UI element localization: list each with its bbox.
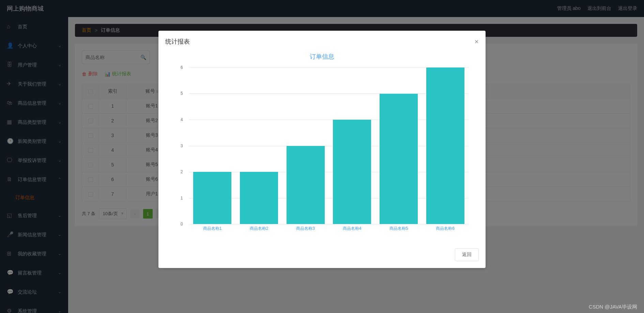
bar[interactable] [380, 94, 418, 224]
y-axis-tick: 2 [181, 169, 183, 174]
bar[interactable] [240, 172, 278, 224]
bar-item: 商品名称5 [375, 68, 422, 224]
close-icon[interactable]: ✕ [474, 39, 479, 45]
modal-title: 统计报表 [165, 38, 190, 46]
stats-modal: 统计报表 ✕ 订单信息 0123456 商品名称1商品名称2商品名称3商品名称4… [158, 31, 486, 268]
x-axis-label: 商品名称5 [389, 226, 408, 232]
grid-line [189, 224, 469, 224]
back-button[interactable]: 返回 [455, 248, 479, 261]
bar[interactable] [333, 120, 371, 224]
y-axis-tick: 4 [181, 117, 183, 122]
y-axis-tick: 5 [181, 91, 183, 96]
bar-item: 商品名称4 [329, 68, 375, 224]
bar-item: 商品名称1 [189, 68, 236, 224]
bar[interactable] [287, 146, 325, 224]
y-axis-tick: 1 [181, 196, 183, 200]
x-axis-label: 商品名称6 [436, 226, 455, 232]
y-axis-tick: 3 [181, 144, 183, 148]
bar[interactable] [426, 68, 464, 224]
x-axis-label: 商品名称3 [296, 226, 315, 232]
y-axis-tick: 0 [181, 222, 183, 226]
bar-item: 商品名称3 [282, 68, 329, 224]
bar-item: 商品名称2 [236, 68, 282, 224]
bar-item: 商品名称6 [422, 68, 469, 224]
x-axis-label: 商品名称4 [343, 226, 362, 232]
y-axis-tick: 6 [181, 65, 183, 70]
x-axis-label: 商品名称1 [203, 226, 222, 232]
chart-title: 订单信息 [169, 53, 475, 61]
bar[interactable] [193, 172, 231, 224]
chart: 0123456 商品名称1商品名称2商品名称3商品名称4商品名称5商品名称6 [169, 68, 475, 235]
modal-overlay[interactable]: 统计报表 ✕ 订单信息 0123456 商品名称1商品名称2商品名称3商品名称4… [0, 0, 644, 313]
x-axis-label: 商品名称2 [250, 226, 269, 232]
